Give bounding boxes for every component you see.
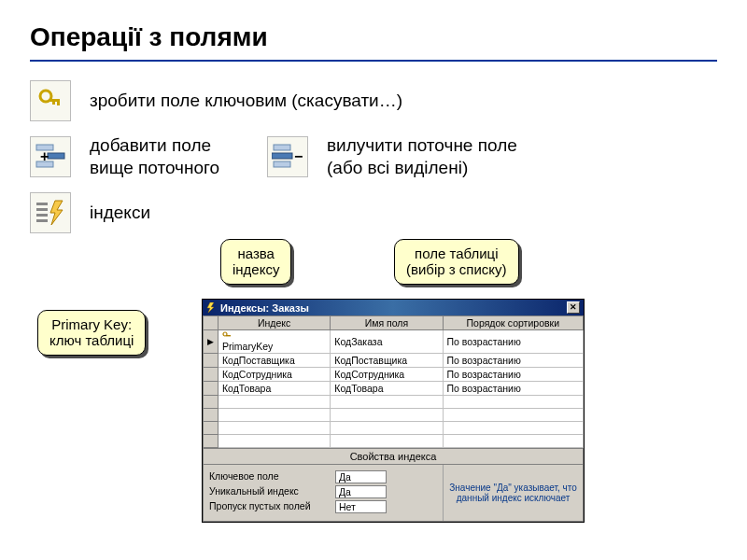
indexes-dialog: Индексы: Заказы ✕ Индекс Имя поля Порядо… <box>202 299 585 523</box>
row-selector[interactable] <box>204 368 218 382</box>
indexes-desc: індекси <box>90 202 202 224</box>
dialog-titlebar: Индексы: Заказы ✕ <box>203 300 584 315</box>
prop-value[interactable]: Да <box>335 485 387 498</box>
cell-field[interactable]: КодПоставщика <box>331 354 443 368</box>
prop-label: Пропуск пустых полей <box>209 500 335 513</box>
prop-label: Ключевое поле <box>209 470 335 483</box>
svg-rect-14 <box>36 214 48 217</box>
props-title: Свойства индекса <box>203 448 584 465</box>
svg-rect-8 <box>274 145 290 150</box>
insert-desc: добавити поле вище поточного <box>90 134 267 179</box>
table-row[interactable]: ▶ PrimaryKeyКодЗаказаПо возрастанию <box>204 330 584 354</box>
svg-marker-17 <box>207 302 214 313</box>
svg-rect-1 <box>49 99 60 102</box>
bolt-icon <box>206 302 217 313</box>
cell-field[interactable]: КодСотрудника <box>331 368 443 382</box>
delete-row-icon[interactable]: − <box>267 136 308 177</box>
svg-text:+: + <box>40 148 49 164</box>
dialog-title: Индексы: Заказы <box>220 302 309 314</box>
cell-index[interactable]: КодПоставщика <box>218 354 331 368</box>
row-selector[interactable] <box>204 354 218 368</box>
cell-index[interactable]: КодСотрудника <box>218 368 331 382</box>
delete-desc: вилучити поточне поле (або всі виділені) <box>327 134 517 179</box>
table-row[interactable] <box>204 422 584 435</box>
index-grid[interactable]: Индекс Имя поля Порядок сортировки ▶ Pri… <box>203 315 584 448</box>
cell-index[interactable]: КодТовара <box>218 382 331 396</box>
svg-marker-16 <box>50 201 63 225</box>
table-row[interactable] <box>204 435 584 448</box>
col-field[interactable]: Имя поля <box>331 316 443 330</box>
cell-order[interactable]: По возрастанию <box>443 354 583 368</box>
svg-rect-2 <box>57 102 60 105</box>
cell-order[interactable]: По возрастанию <box>443 368 583 382</box>
callout-index-name: назва індексу <box>220 239 291 285</box>
col-index[interactable]: Индекс <box>218 316 331 330</box>
callout-table-field: поле таблиці (вибір з списку) <box>394 239 519 285</box>
cell-index[interactable]: PrimaryKey <box>218 330 331 354</box>
cell-order[interactable]: По возрастанию <box>443 330 583 354</box>
close-button[interactable]: ✕ <box>567 301 580 314</box>
svg-rect-15 <box>36 219 48 222</box>
page-title: Операції з полями <box>30 22 717 52</box>
callout-primary-key: Primary Key: ключ таблиці <box>37 310 146 356</box>
props-hint: Значение "Да" указывает, что данный инде… <box>443 465 583 521</box>
table-row[interactable]: КодТовараКодТовараПо возрастанию <box>204 382 584 396</box>
key-desc: зробити поле ключовим (скасувати…) <box>90 90 402 112</box>
lightning-list-icon[interactable] <box>30 192 71 233</box>
divider <box>30 60 717 62</box>
col-order[interactable]: Порядок сортировки <box>443 316 583 330</box>
row-selector[interactable]: ▶ <box>204 330 218 354</box>
svg-rect-9 <box>274 161 290 167</box>
row-selector[interactable] <box>204 382 218 396</box>
table-row[interactable] <box>204 396 584 409</box>
svg-rect-6 <box>48 153 64 159</box>
prop-value[interactable]: Нет <box>335 500 387 513</box>
svg-text:−: − <box>294 148 303 164</box>
table-row[interactable]: КодСотрудникаКодСотрудникаПо возрастанию <box>204 368 584 382</box>
svg-rect-19 <box>226 335 231 336</box>
svg-rect-10 <box>272 153 292 159</box>
prop-label: Уникальный индекс <box>209 485 335 498</box>
table-row[interactable] <box>204 409 584 422</box>
cell-field[interactable]: КодТовара <box>331 382 443 396</box>
key-icon[interactable] <box>30 80 71 121</box>
insert-row-icon[interactable]: + <box>30 136 71 177</box>
svg-rect-13 <box>36 208 48 211</box>
prop-value[interactable]: Да <box>335 470 387 483</box>
cell-field[interactable]: КодЗаказа <box>331 330 443 354</box>
cell-order[interactable]: По возрастанию <box>443 382 583 396</box>
svg-rect-3 <box>52 102 55 105</box>
props-panel: Ключевое полеДаУникальный индексДаПропус… <box>204 465 443 521</box>
table-row[interactable]: КодПоставщикаКодПоставщикаПо возрастанию <box>204 354 584 368</box>
svg-rect-12 <box>36 203 48 205</box>
